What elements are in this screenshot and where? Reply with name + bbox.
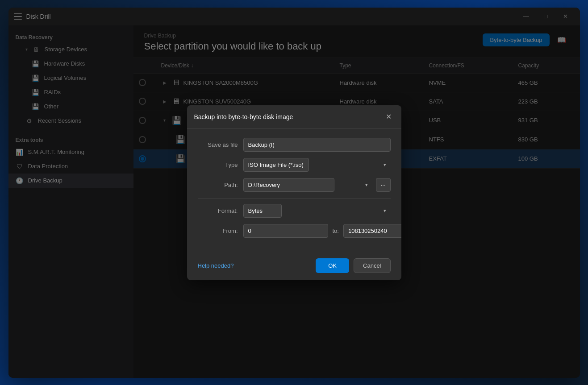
from-to-inputs: to: (243, 224, 401, 238)
type-select-wrapper: ISO Image File (*.iso) IMG File (*.img) … (243, 158, 391, 172)
cancel-button[interactable]: Cancel (354, 258, 390, 273)
backup-dialog: Backup into byte-to-byte disk image ✕ Sa… (187, 105, 401, 280)
help-link[interactable]: Help needed? (198, 262, 234, 269)
type-row: Type ISO Image File (*.iso) IMG File (*.… (198, 158, 391, 172)
from-input[interactable] (243, 224, 328, 238)
save-as-file-input[interactable] (243, 138, 391, 152)
browse-button[interactable]: ··· (376, 178, 391, 192)
path-label: Path: (198, 182, 238, 188)
from-label: From: (198, 228, 238, 234)
path-row: Path: ··· (198, 178, 391, 192)
type-select[interactable]: ISO Image File (*.iso) IMG File (*.img) … (243, 158, 309, 172)
from-to-row: From: to: (198, 224, 391, 238)
dialog-overlay: Backup into byte-to-byte disk image ✕ Sa… (0, 0, 588, 385)
to-input[interactable] (343, 224, 401, 238)
dialog-close-button[interactable]: ✕ (384, 112, 394, 122)
ok-button[interactable]: OK (316, 258, 349, 273)
to-separator: to: (333, 228, 339, 234)
dialog-body: Save as file Type ISO Image File (*.iso)… (187, 129, 401, 253)
save-as-file-label: Save as file (198, 141, 238, 148)
format-select[interactable]: Bytes Kilobytes Megabytes Gigabytes (243, 204, 282, 218)
divider (198, 198, 391, 199)
save-as-file-row: Save as file (198, 138, 391, 152)
footer-buttons: OK Cancel (316, 258, 390, 273)
format-label: Format: (198, 207, 238, 214)
type-label: Type (198, 161, 238, 168)
dialog-footer: Help needed? OK Cancel (187, 253, 401, 280)
dialog-header: Backup into byte-to-byte disk image ✕ (187, 105, 401, 129)
path-input-row: ··· (243, 178, 391, 192)
path-input[interactable] (243, 178, 334, 192)
format-select-wrapper: Bytes Kilobytes Megabytes Gigabytes (243, 204, 391, 218)
dialog-title: Backup into byte-to-byte disk image (194, 113, 293, 120)
path-wrapper (243, 178, 372, 192)
format-row: Format: Bytes Kilobytes Megabytes Gigaby… (198, 204, 391, 218)
